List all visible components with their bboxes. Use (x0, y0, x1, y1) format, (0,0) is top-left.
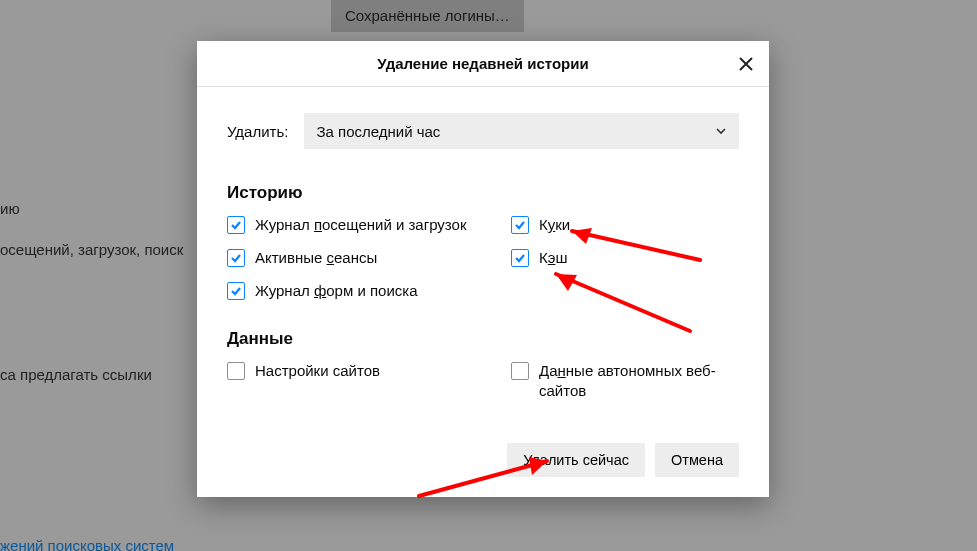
section-history-heading: Историю (227, 183, 739, 203)
time-range-select[interactable]: За последний час (304, 113, 739, 149)
time-range-label: Удалить: (227, 123, 288, 140)
time-range-value: За последний час (316, 123, 440, 140)
time-range-row: Удалить: За последний час (227, 113, 739, 149)
checkbox-label: Данные автономных веб-сайтов (539, 361, 739, 401)
history-checkbox-grid: Журнал посещений и загрузок Куки Активны… (227, 215, 739, 301)
close-button[interactable] (729, 47, 763, 81)
dialog-title: Удаление недавней истории (377, 55, 588, 72)
dialog-header: Удаление недавней истории (197, 41, 769, 87)
close-icon (739, 57, 753, 71)
clear-history-dialog: Удаление недавней истории Удалить: За по… (197, 41, 769, 497)
checkbox-form-search[interactable]: Журнал форм и поиска (227, 281, 511, 301)
checkbox-label: Настройки сайтов (255, 361, 380, 381)
clear-now-button[interactable]: Удалить сейчас (507, 443, 645, 477)
checkbox-label: Журнал посещений и загрузок (255, 215, 466, 235)
checkbox-box[interactable] (511, 249, 529, 267)
dialog-footer: Удалить сейчас Отмена (507, 443, 739, 477)
chevron-down-icon (715, 125, 727, 137)
checkbox-box[interactable] (511, 362, 529, 380)
saved-logins-button: Сохранённые логины… (331, 0, 524, 32)
bg-text-fragment: ию (0, 200, 20, 217)
checkbox-cache[interactable]: Кэш (511, 248, 739, 268)
checkbox-site-prefs[interactable]: Настройки сайтов (227, 361, 511, 381)
checkbox-box[interactable] (511, 216, 529, 234)
cancel-button[interactable]: Отмена (655, 443, 739, 477)
checkbox-cookies[interactable]: Куки (511, 215, 739, 235)
checkbox-label: Активные сеансы (255, 248, 377, 268)
data-checkbox-grid: Настройки сайтов Данные автономных веб-с… (227, 361, 739, 401)
checkbox-box[interactable] (227, 282, 245, 300)
checkbox-box[interactable] (227, 249, 245, 267)
checkbox-label: Кэш (539, 248, 567, 268)
checkbox-active-logins[interactable]: Активные сеансы (227, 248, 511, 268)
bg-link-fragment: жений поисковых систем (0, 537, 174, 551)
section-data-heading: Данные (227, 329, 739, 349)
bg-text-fragment: са предлагать ссылки (0, 366, 152, 383)
checkbox-box[interactable] (227, 362, 245, 380)
dialog-body: Удалить: За последний час Историю Журнал… (197, 87, 769, 497)
checkbox-browsing-downloads[interactable]: Журнал посещений и загрузок (227, 215, 511, 235)
checkbox-box[interactable] (227, 216, 245, 234)
checkbox-offline-data[interactable]: Данные автономных веб-сайтов (511, 361, 739, 401)
bg-text-fragment: осещений, загрузок, поиск (0, 241, 183, 258)
checkbox-label: Куки (539, 215, 570, 235)
checkbox-label: Журнал форм и поиска (255, 281, 418, 301)
